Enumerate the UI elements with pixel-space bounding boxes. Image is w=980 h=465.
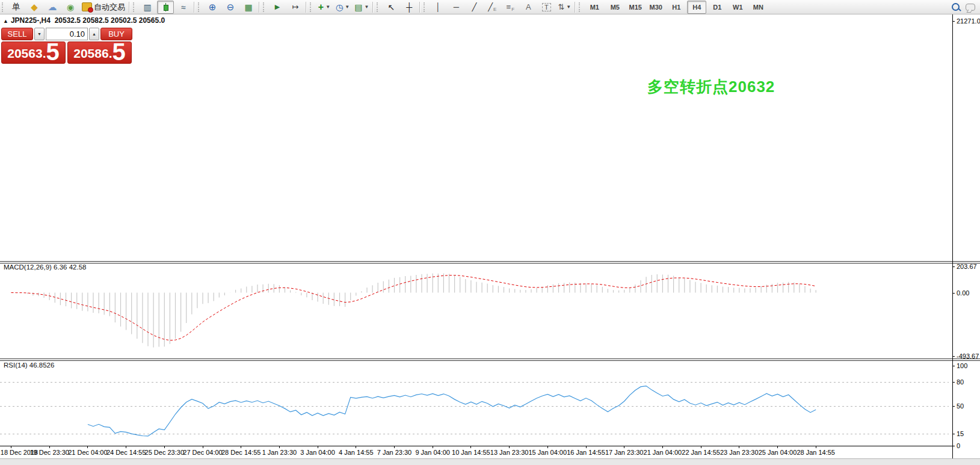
timeframe-m15-button[interactable]: M15 [626,1,645,14]
chevron-down-icon[interactable]: ▼ [345,4,350,10]
svg-text:0: 0 [957,442,960,449]
market-watch-icon[interactable]: ☁ [44,1,61,14]
text-icon[interactable]: A [520,1,537,14]
toolbar-grip[interactable] [310,2,313,12]
bid-price[interactable]: 20563.5 [1,42,66,64]
svg-text:28 Dec 14:55: 28 Dec 14:55 [221,449,260,456]
svg-text:17 Jan 23:30: 17 Jan 23:30 [605,449,644,456]
chart-canvas[interactable]: 21271.021067.020239.020035.019825.019621… [0,0,980,465]
toolbar-grip[interactable] [424,2,427,12]
svg-text:28 Jan 14:55: 28 Jan 14:55 [797,449,835,456]
timeframe-m30-button[interactable]: M30 [646,1,665,14]
chart-annotation-text: 多空转折点20632 [647,76,775,97]
svg-text:9 Jan 04:00: 9 Jan 04:00 [415,449,450,456]
cursor-icon[interactable]: ↖ [383,1,399,14]
zoom-out-icon[interactable]: ⊖ [222,1,239,14]
svg-text:203.67: 203.67 [957,263,977,270]
volume-decrease-button[interactable]: ▼ [34,28,45,40]
svg-text:4 Jan 14:55: 4 Jan 14:55 [339,449,374,456]
main-toolbar: 单◆☁◉自动交易▥≈⊕⊖▦▶↦+▼◷▼▤▼↖┼│─╱╱E≡FAT⇅▼M1M5M1… [0,0,980,14]
arrows-icon[interactable]: ⇅▼ [556,1,573,14]
bid-price-main: 20563. [7,45,46,63]
timeframe-w1-button[interactable]: W1 [728,1,747,14]
svg-text:19 Dec 23:30: 19 Dec 23:30 [29,449,69,456]
price-axis[interactable]: 21271.021067.020239.020035.019825.019621… [952,0,980,458]
periods-button[interactable]: ◷▼ [334,1,351,14]
rsi-panel[interactable] [0,382,949,436]
timeframe-h1-button[interactable]: H1 [667,1,686,14]
svg-text:24 Dec 14:55: 24 Dec 14:55 [106,449,146,456]
svg-text:15: 15 [957,430,964,437]
toolbar-separator [306,2,307,13]
toolbar-separator [575,2,576,13]
svg-text:50: 50 [957,402,964,410]
sell-button[interactable]: SELL [1,28,33,40]
trendline-icon[interactable]: ╱ [466,1,482,14]
timeframe-m1-button[interactable]: M1 [585,1,604,14]
svg-text:21 Dec 04:00: 21 Dec 04:00 [68,449,107,456]
history-center-icon[interactable]: ◆ [26,1,43,14]
toolbar-separator [194,2,195,13]
label-icon[interactable]: T [538,1,555,14]
signals-icon[interactable]: ◉ [62,1,79,14]
svg-text:16 Jan 14:55: 16 Jan 14:55 [567,449,605,456]
ask-price-pips: 5 [112,41,125,63]
svg-text:21271.0: 21271.0 [957,17,980,25]
svg-text:25 Dec 23:30: 25 Dec 23:30 [145,449,184,456]
annotations-layer [0,262,980,361]
chevron-down-icon[interactable]: ▼ [325,4,330,10]
svg-text:25 Jan 04:00: 25 Jan 04:00 [759,449,797,456]
toolbar-separator [419,2,421,13]
toolbar-grip[interactable] [263,2,267,12]
one-click-trading-panel: SELL ▼ ▲ BUY 20563.5 20586.5 [1,28,132,64]
collapse-arrow-icon[interactable]: ▲ [3,18,8,24]
symbol-label: JPN225-,H4 [11,16,51,25]
timeframe-mn-button[interactable]: MN [748,1,768,14]
toolbar-grip[interactable] [377,2,380,12]
svg-text:21 Jan 04:00: 21 Jan 04:00 [644,449,682,456]
ask-price-main: 20586. [73,45,112,63]
chevron-down-icon[interactable]: ▼ [566,4,571,10]
new-chart-button[interactable]: +▼ [316,1,333,14]
tile-windows-icon[interactable]: ▦ [240,1,257,14]
chart-title: ▲JPN225-,H4 20532.5 20582.5 20502.5 2056… [3,16,165,25]
chat-icon[interactable] [966,4,975,11]
new-order-button[interactable]: 单 [8,1,25,14]
channel-icon[interactable]: ╱E [484,1,501,14]
fibonacci-icon[interactable]: ≡F [502,1,519,14]
svg-text:13 Jan 23:30: 13 Jan 23:30 [490,449,529,456]
volume-increase-button[interactable]: ▲ [89,28,99,40]
svg-text:23 Jan 23:30: 23 Jan 23:30 [720,449,759,456]
ask-price[interactable]: 20586.5 [67,42,132,64]
timeframe-m5-button[interactable]: M5 [605,1,624,14]
toolbar-grip[interactable] [133,2,137,12]
macd-panel[interactable] [11,273,816,347]
crosshair-icon[interactable]: ┼ [401,1,418,14]
timeframe-d1-button[interactable]: D1 [707,1,727,14]
chevron-down-icon[interactable]: ▼ [364,4,369,10]
toolbar-grip[interactable] [198,2,202,12]
vertical-line-icon[interactable]: │ [430,1,446,14]
candlestick-chart-icon[interactable] [157,1,174,14]
toolbar-grip[interactable] [579,2,582,12]
line-chart-icon[interactable]: ≈ [175,1,192,14]
chart-shift-icon[interactable]: ↦ [287,1,304,14]
time-axis[interactable]: 18 Dec 201819 Dec 23:3021 Dec 04:0024 De… [0,446,952,456]
templates-button[interactable]: ▤▼ [353,1,371,14]
bid-price-pips: 5 [46,41,59,63]
ohlc-values: 20532.5 20582.5 20502.5 20565.0 [55,16,165,25]
svg-text:100: 100 [957,362,967,369]
svg-text:1 Jan 23:30: 1 Jan 23:30 [262,449,297,456]
timeframe-h4-button[interactable]: H4 [687,1,706,14]
toolbar-separator [372,2,374,13]
auto-scroll-icon[interactable]: ▶ [269,1,286,14]
horizontal-line-icon[interactable]: ─ [448,1,464,14]
bar-chart-icon[interactable]: ▥ [139,1,156,14]
mt4-window: 单◆☁◉自动交易▥≈⊕⊖▦▶↦+▼◷▼▤▼↖┼│─╱╱E≡FAT⇅▼M1M5M1… [0,0,980,465]
toolbar-grip[interactable] [2,2,5,12]
autotrading-button[interactable]: 自动交易 [80,1,127,14]
svg-text:10 Jan 14:55: 10 Jan 14:55 [452,449,490,456]
zoom-in-icon[interactable]: ⊕ [204,1,221,14]
search-icon[interactable] [952,3,960,11]
svg-text:3 Jan 04:00: 3 Jan 04:00 [300,449,335,456]
